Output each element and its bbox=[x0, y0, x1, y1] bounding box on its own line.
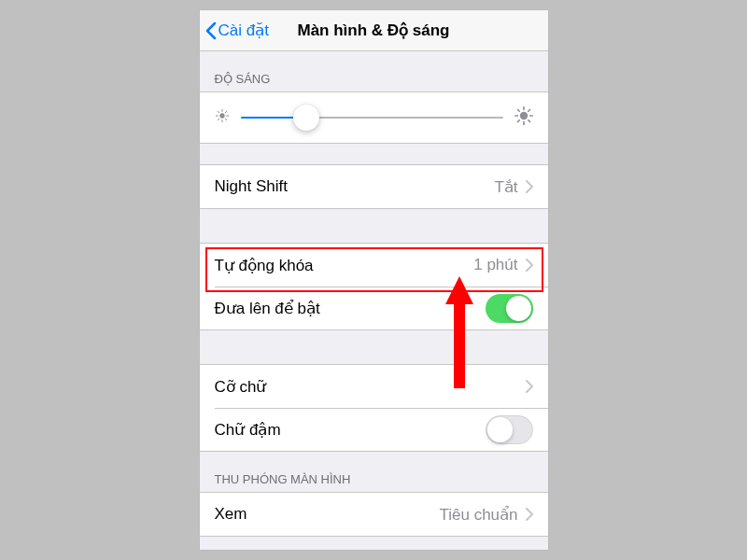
svg-line-15 bbox=[528, 120, 529, 122]
brightness-group bbox=[200, 91, 548, 144]
chevron-right-icon bbox=[526, 380, 533, 393]
night-shift-value: Tắt bbox=[494, 177, 517, 197]
bold-text-toggle[interactable] bbox=[486, 415, 533, 444]
text-size-label: Cỡ chữ bbox=[215, 377, 267, 397]
back-button[interactable]: Cài đặt bbox=[200, 21, 269, 40]
night-shift-label: Night Shift bbox=[215, 177, 288, 196]
auto-lock-row[interactable]: Tự động khóa 1 phút bbox=[200, 244, 548, 287]
svg-line-14 bbox=[517, 110, 519, 112]
svg-line-6 bbox=[225, 119, 226, 119]
slider-thumb[interactable] bbox=[293, 105, 319, 131]
zoom-group: Xem Tiêu chuẩn bbox=[200, 492, 548, 537]
bold-text-label: Chữ đậm bbox=[215, 420, 281, 440]
raise-to-wake-row: Đưa lên để bật bbox=[200, 287, 548, 329]
back-label: Cài đặt bbox=[218, 21, 269, 40]
chevron-left-icon bbox=[205, 21, 217, 40]
sun-small-icon bbox=[215, 108, 230, 127]
settings-screen: Cài đặt Màn hình & Độ sáng ĐỘ SÁNG Night… bbox=[199, 9, 549, 551]
brightness-slider-row bbox=[200, 92, 548, 143]
view-value: Tiêu chuẩn bbox=[439, 505, 517, 525]
section-header-zoom: THU PHÓNG MÀN HÌNH bbox=[200, 452, 548, 492]
svg-point-9 bbox=[519, 112, 527, 119]
navbar: Cài đặt Màn hình & Độ sáng bbox=[200, 10, 548, 51]
raise-to-wake-label: Đưa lên để bật bbox=[215, 299, 320, 318]
brightness-slider[interactable] bbox=[241, 104, 503, 132]
svg-line-17 bbox=[528, 110, 529, 112]
svg-line-16 bbox=[517, 120, 519, 122]
night-shift-group: Night Shift Tắt bbox=[200, 164, 548, 209]
chevron-right-icon bbox=[526, 508, 533, 521]
text-size-row[interactable]: Cỡ chữ bbox=[200, 365, 548, 408]
svg-line-7 bbox=[218, 119, 218, 119]
view-label: Xem bbox=[215, 505, 247, 524]
chevron-right-icon bbox=[526, 180, 533, 193]
sun-large-icon bbox=[514, 106, 533, 129]
lock-group: Tự động khóa 1 phút Đưa lên để bật bbox=[200, 243, 548, 330]
raise-to-wake-toggle[interactable] bbox=[486, 294, 533, 323]
svg-line-5 bbox=[218, 111, 218, 112]
section-header-brightness: ĐỘ SÁNG bbox=[200, 51, 548, 91]
view-row[interactable]: Xem Tiêu chuẩn bbox=[200, 493, 548, 536]
night-shift-row[interactable]: Night Shift Tắt bbox=[200, 165, 548, 208]
slider-track bbox=[241, 117, 503, 119]
svg-point-0 bbox=[219, 113, 224, 118]
auto-lock-label: Tự động khóa bbox=[215, 256, 314, 275]
text-group: Cỡ chữ Chữ đậm bbox=[200, 364, 548, 452]
bold-text-row: Chữ đậm bbox=[200, 408, 548, 451]
chevron-right-icon bbox=[526, 259, 533, 272]
auto-lock-value: 1 phút bbox=[473, 256, 517, 274]
svg-line-8 bbox=[225, 111, 226, 112]
